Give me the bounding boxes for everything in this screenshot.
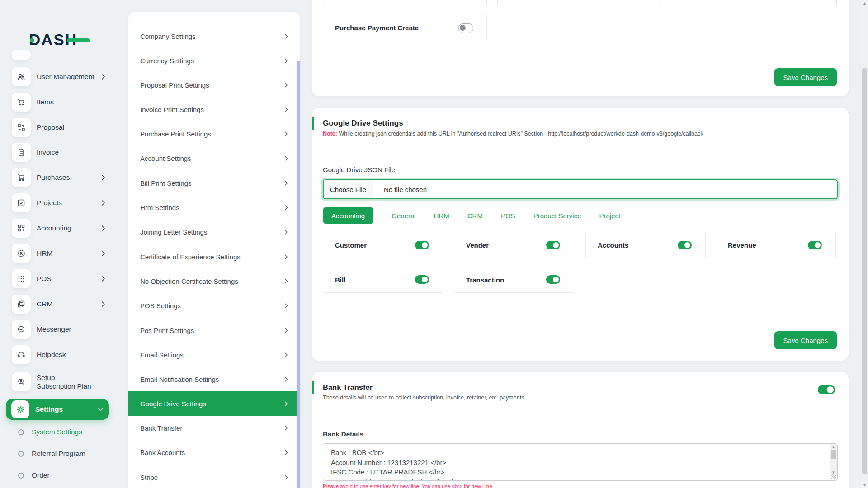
divider bbox=[312, 150, 849, 150]
chevron-right-icon bbox=[284, 352, 288, 357]
sidebar-item-label: Messenger bbox=[37, 325, 71, 333]
settings-nav-bank-accounts[interactable]: Bank Accounts bbox=[128, 440, 300, 465]
logo-green-dash bbox=[67, 38, 90, 42]
sidebar-item-crm[interactable]: CRM bbox=[12, 295, 106, 314]
sidebar-subitem-referral-program[interactable]: Referral Program bbox=[18, 449, 85, 458]
settings-nav-bank-transfer[interactable]: Bank Transfer bbox=[128, 416, 300, 440]
headset-icon bbox=[12, 345, 31, 364]
settings-scrollbar-thumb[interactable] bbox=[297, 61, 300, 488]
sidebar-item-label: Purchases bbox=[37, 173, 70, 182]
settings-nav-no-objection-certificate-settings[interactable]: No Objection Certificate Settings bbox=[128, 269, 300, 293]
sidebar-item-projects[interactable]: Projects bbox=[12, 193, 106, 212]
settings-nav-label: Pos Print Settings bbox=[140, 327, 194, 334]
settings-nav-invoice-print-settings[interactable]: Invoice Print Settings bbox=[128, 97, 300, 122]
vender-toggle[interactable] bbox=[546, 241, 560, 249]
sidebar-item-proposal[interactable]: Proposal bbox=[12, 118, 106, 137]
scroll-down-icon[interactable]: ▼ bbox=[861, 482, 868, 488]
tab-accounting[interactable]: Accounting bbox=[323, 207, 373, 224]
resize-grip-icon[interactable] bbox=[831, 474, 836, 479]
bank-transfer-toggle[interactable] bbox=[818, 385, 835, 394]
settings-nav-company-settings[interactable]: Company Settings bbox=[128, 24, 300, 48]
tab-hrm[interactable]: HRM bbox=[434, 212, 449, 220]
sidebar-subitem-order[interactable]: Order bbox=[18, 471, 50, 480]
settings-nav-stripe[interactable]: Stripe bbox=[128, 465, 300, 488]
chevron-right-icon bbox=[284, 254, 288, 259]
settings-nav-certificate-of-experience-settings[interactable]: Certificate of Experience Settings bbox=[128, 244, 300, 269]
module-label: Transaction bbox=[466, 276, 504, 284]
newline-warning-text: Pleave avoid to use enter key for new li… bbox=[323, 483, 494, 488]
users-icon bbox=[12, 67, 31, 86]
module-cell-accounts: Accounts bbox=[585, 232, 706, 258]
sidebar-item-items[interactable]: Items bbox=[12, 93, 106, 112]
customer-toggle[interactable] bbox=[415, 241, 429, 249]
sidebar-item-hrm[interactable]: HRM bbox=[12, 244, 106, 263]
module-label: Accounts bbox=[598, 241, 628, 249]
bill-toggle[interactable] bbox=[415, 275, 429, 284]
revenue-toggle[interactable] bbox=[808, 241, 822, 249]
tab-general[interactable]: General bbox=[392, 212, 415, 220]
green-accent-bar bbox=[312, 381, 314, 394]
settings-nav-label: Bank Accounts bbox=[140, 449, 185, 456]
tab-pos[interactable]: POS bbox=[501, 212, 515, 220]
card-subtitle: These details will be used to collect su… bbox=[323, 394, 526, 401]
sidebar-item-invoice[interactable]: Invoice bbox=[12, 143, 106, 162]
chevron-right-icon bbox=[284, 450, 288, 455]
settings-nav-pos-settings[interactable]: POS Settings bbox=[128, 293, 300, 318]
page-scrollbar[interactable]: ▲ ▼ bbox=[861, 0, 868, 488]
sidebar-item-settings[interactable]: Settings bbox=[6, 399, 109, 420]
sidebar-item-accounting[interactable]: Accounting bbox=[12, 219, 106, 238]
cutoff-field-1[interactable] bbox=[323, 0, 487, 5]
overlap-squares-icon bbox=[12, 295, 31, 314]
transaction-toggle[interactable] bbox=[546, 275, 560, 284]
module-cell-customer: Customer bbox=[323, 232, 443, 258]
textarea-scrollbar[interactable]: ▲ ▼ bbox=[830, 444, 837, 475]
settings-nav-joining-letter-settings[interactable]: Joining Letter Settings bbox=[128, 220, 300, 244]
settings-nav-currency-settings[interactable]: Currency Settings bbox=[128, 48, 300, 73]
page-scrollbar-thumb[interactable] bbox=[862, 68, 867, 474]
card-title: Bank Transfer bbox=[323, 383, 373, 392]
chevron-right-icon bbox=[101, 74, 106, 80]
grid-plus-icon bbox=[12, 219, 31, 238]
sidebar-item-setup-subscription-plan[interactable]: Setup Subscription Plan bbox=[12, 372, 106, 391]
sidebar-subitem-system-settings[interactable]: System Settings bbox=[18, 427, 82, 436]
choose-file-button[interactable]: Choose File bbox=[324, 180, 373, 198]
sidebar-item-helpdesk[interactable]: Helpdesk bbox=[12, 345, 106, 364]
logo-green-dot bbox=[30, 38, 34, 42]
settings-nav-pos-print-settings[interactable]: Pos Print Settings bbox=[128, 318, 300, 343]
sidebar-item-user-management[interactable]: User Management bbox=[12, 67, 106, 86]
save-changes-button[interactable]: Save Changes bbox=[774, 331, 837, 349]
chevron-right-icon bbox=[284, 205, 288, 210]
settings-nav-email-settings[interactable]: Email Settings bbox=[128, 343, 300, 367]
sidebar-item-messenger[interactable]: Messenger bbox=[12, 320, 106, 339]
bank-details-textarea[interactable]: Bank : BOB </br> Account Number : 123132… bbox=[323, 443, 838, 481]
chevron-right-icon bbox=[284, 83, 288, 88]
module-label: Revenue bbox=[728, 241, 756, 249]
chat-bubble-icon bbox=[12, 320, 31, 339]
sidebar-item-pos[interactable]: POS bbox=[12, 269, 106, 288]
tab-product-service[interactable]: Product Service bbox=[533, 212, 581, 220]
save-changes-button[interactable]: Save Changes bbox=[774, 68, 837, 86]
settings-nav-purchase-print-settings[interactable]: Purchase Print Settings bbox=[128, 122, 300, 146]
tab-project[interactable]: Project bbox=[599, 212, 621, 220]
settings-nav-bill-print-settings[interactable]: Bill Print Settings bbox=[128, 171, 300, 195]
scroll-up-icon[interactable]: ▲ bbox=[830, 444, 837, 450]
textarea-scrollbar-thumb[interactable] bbox=[831, 450, 836, 459]
tab-crm[interactable]: CRM bbox=[467, 212, 483, 220]
cutoff-field-3[interactable] bbox=[673, 0, 837, 5]
chevron-right-icon bbox=[284, 377, 288, 382]
settings-nav-proposal-print-settings[interactable]: Proposal Print Settings bbox=[128, 73, 300, 97]
sidebar-item-purchases[interactable]: Purchases bbox=[12, 168, 106, 187]
chevron-right-icon bbox=[284, 303, 288, 308]
scroll-up-icon[interactable]: ▲ bbox=[861, 0, 868, 6]
sidebar-item-label: Setup Subscription Plan bbox=[37, 373, 94, 391]
settings-nav-account-settings[interactable]: Account Settings bbox=[128, 146, 300, 170]
accounts-toggle[interactable] bbox=[678, 241, 692, 249]
settings-nav-hrm-settings[interactable]: Hrm Settings bbox=[128, 195, 300, 220]
settings-nav-google-drive-settings[interactable]: Google Drive Settings bbox=[128, 391, 300, 416]
cutoff-field-2[interactable] bbox=[497, 0, 661, 5]
settings-nav-email-notification-settings[interactable]: Email Notification Settings bbox=[128, 367, 300, 391]
purchase-payment-create-toggle[interactable] bbox=[458, 23, 473, 33]
settings-nav-label: Bill Print Settings bbox=[140, 179, 191, 187]
dash-logo[interactable]: DASH bbox=[29, 31, 92, 51]
google-drive-json-file-input[interactable]: Choose File No file chosen bbox=[323, 179, 838, 199]
